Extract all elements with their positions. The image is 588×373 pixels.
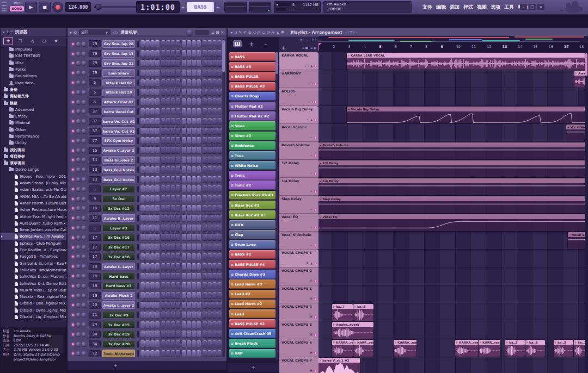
step-cell[interactable] [176,108,180,115]
channel-pan-knob[interactable] [76,119,81,123]
step-cell[interactable] [145,50,150,57]
step-cell[interactable] [166,98,170,105]
step-cell[interactable] [171,195,175,202]
step-cell[interactable] [155,292,160,299]
step-cell[interactable] [187,215,191,222]
step-cell[interactable] [192,79,196,86]
channel-led[interactable] [72,62,74,64]
track-type-icon[interactable]: ⌁ [310,225,313,229]
clip-header[interactable]: ⊦ka..3 [505,340,525,345]
step-cell[interactable] [166,273,170,280]
channel-led[interactable] [72,120,74,122]
step-cell[interactable] [217,176,222,183]
time-display[interactable]: 1:01:00 [136,1,180,13]
step-cell[interactable] [161,331,166,338]
step-cell[interactable] [207,215,212,222]
channel-button[interactable]: 3x Osc #9 [102,311,135,319]
browser-folder-item[interactable]: Misc [1,60,66,66]
channel-pan-knob[interactable] [76,351,81,356]
step-cell[interactable] [145,253,150,260]
step-cell[interactable] [197,331,201,338]
step-cell[interactable] [192,234,196,241]
track-header-vocal-chops-3[interactable]: VOCAL CHOPS 3…✚ [279,285,318,303]
step-cell[interactable] [166,108,170,115]
step-cell[interactable] [192,215,196,222]
step-cell[interactable] [161,282,166,289]
step-cell[interactable] [145,137,150,144]
step-cell[interactable] [145,292,150,299]
step-cell[interactable] [176,273,180,280]
step-cell[interactable] [155,137,160,144]
output-monitor-right[interactable] [249,2,271,13]
step-cell[interactable] [150,331,155,338]
step-cell[interactable] [203,118,207,125]
step-cell[interactable] [145,331,150,338]
step-cell[interactable] [150,253,155,260]
step-cell[interactable] [145,312,150,319]
step-cell[interactable] [161,215,166,222]
step-cell[interactable] [217,137,222,144]
channel-pan-knob[interactable] [76,206,81,210]
step-cell[interactable] [150,157,155,164]
step-cell[interactable] [171,273,175,280]
step-cell[interactable] [176,137,180,144]
step-cell[interactable] [217,89,222,96]
step-cell[interactable] [145,185,150,192]
clip-header[interactable]: ⌁1/2 Delay [318,160,588,165]
step-cell[interactable] [182,89,186,96]
maximize-button[interactable]: □ [529,4,536,10]
channel-target-number[interactable]: 13 [89,166,101,173]
pattern-item[interactable]: ≡Riser Vox #2 [229,201,275,209]
channel-target-number[interactable]: 37 [89,128,101,135]
step-cell[interactable] [150,128,155,135]
step-cell[interactable] [155,321,160,328]
channel-led[interactable] [72,91,74,94]
rack-detach-icon[interactable]: ◁▷ [113,30,119,35]
clip-header[interactable]: ⊦KARRA..rsed [394,340,416,345]
step-cell[interactable] [197,340,201,347]
step-cell[interactable] [217,205,222,212]
clip-header[interactable]: ⊦KARRA..rsed [455,340,478,345]
audio-clip[interactable]: ⊦KARRA..rsed [332,340,353,357]
step-cell[interactable] [140,40,145,47]
step-cell[interactable] [207,108,212,115]
step-cell[interactable] [217,118,222,125]
step-cell[interactable] [140,98,145,105]
step-cell[interactable] [212,312,217,319]
automation-clip[interactable]: ⌁Slap Delay [318,196,588,213]
track-led[interactable] [314,190,317,193]
pattern-item[interactable]: ≡KICK [229,220,275,229]
step-cell[interactable] [207,244,212,251]
step-cell[interactable] [207,166,212,173]
step-cell[interactable] [140,205,145,212]
step-cell[interactable] [187,340,191,347]
step-cell[interactable] [217,40,222,47]
step-cell[interactable] [197,234,201,241]
step-cell[interactable] [155,166,160,173]
browser-file-item[interactable]: ANNA MIA -..To Be Afraid [1,194,66,200]
track-lane[interactable] [318,285,588,303]
track-header-vocal-eq[interactable]: Vocal EQ…⌁ [279,214,318,232]
step-cell[interactable] [155,185,160,192]
clip-header[interactable]: ⌁1/4 Delay [318,178,588,183]
step-cell[interactable] [212,273,217,280]
pattern-item[interactable]: ≡Riser Vox #2 #2 [229,210,275,219]
playlist-timeline[interactable]: 23456789101112131415161718 [318,42,588,53]
pattern-item[interactable]: ≡BASS #3 [229,62,275,71]
channel-pan-knob[interactable] [76,294,81,298]
channel-volume-knob[interactable] [82,216,86,220]
rack-scrollbar[interactable] [222,39,225,357]
channel-volume-knob[interactable] [82,206,86,210]
step-cell[interactable] [166,340,170,347]
track-header-vocal-chops-4[interactable]: VOCAL CHOPS 4…✚ [279,303,318,321]
step-cell[interactable] [140,350,145,357]
step-cell[interactable] [161,244,166,251]
step-cell[interactable] [182,292,186,299]
step-cell[interactable] [140,137,145,144]
audio-clip[interactable]: ⊦karra V..rt_1 #2 [318,358,360,373]
step-cell[interactable] [155,147,160,154]
track-led[interactable] [314,298,317,301]
channel-pan-knob[interactable] [76,158,81,162]
track-lane[interactable] [318,250,588,268]
channel-button[interactable]: Layer #3 [102,224,135,232]
